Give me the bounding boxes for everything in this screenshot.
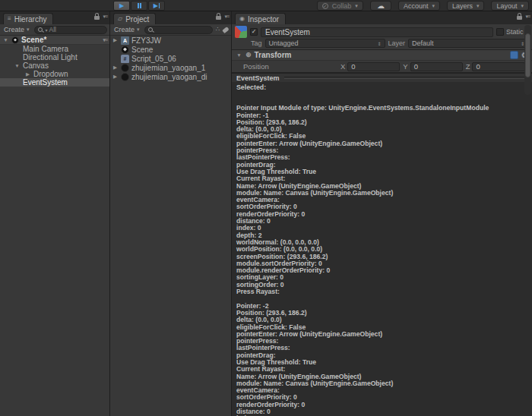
search-by-label-icon[interactable] bbox=[222, 27, 229, 33]
inspector-scrollbar[interactable] bbox=[524, 25, 531, 95]
active-checkbox[interactable]: ✓ bbox=[250, 28, 258, 36]
scrollbar-thumb[interactable] bbox=[525, 33, 530, 77]
chevron-down-icon: ▾ bbox=[477, 3, 480, 9]
hierarchy-item[interactable]: ▼ Canvas bbox=[0, 61, 109, 70]
debug-line: Pointer Input Module of type: UnityEngin… bbox=[236, 105, 532, 112]
hierarchy-search-input[interactable]: ▾ All bbox=[34, 26, 107, 34]
position-y-field[interactable]: 0 bbox=[410, 62, 463, 71]
debug-line: pointerEnter: Arrow (UnityEngine.GameObj… bbox=[236, 331, 532, 338]
hierarchy-item[interactable]: Directional Light bbox=[0, 53, 109, 61]
position-z-value: 0 bbox=[476, 62, 480, 71]
toolbar-right-group: ✓ Collab ▾ ☁ Account ▾ Layers ▾ Layout ▾ bbox=[317, 1, 529, 11]
layers-dropdown[interactable]: Layers ▾ bbox=[447, 1, 485, 11]
project-item[interactable]: ▶ zhujiemian_yaogan_di bbox=[110, 72, 231, 81]
foldout-icon[interactable]: ▶ bbox=[24, 71, 31, 77]
position-z-field[interactable]: 0 bbox=[472, 62, 525, 71]
step-icon: ▶ bbox=[154, 3, 160, 9]
script-icon bbox=[121, 55, 129, 63]
account-dropdown[interactable]: Account ▾ bbox=[398, 1, 440, 11]
debug-line: renderOrderPriority: 0 bbox=[236, 211, 532, 218]
project-toolbar: Create ▾ ∴ bbox=[110, 24, 231, 36]
hierarchy-item-label: Dropdown bbox=[33, 70, 68, 78]
tab-hierarchy[interactable]: ≡ Hierarchy bbox=[3, 13, 53, 24]
tab-hierarchy-label: Hierarchy bbox=[14, 15, 47, 24]
static-toggle[interactable]: Static ▾ bbox=[496, 28, 528, 36]
hierarchy-create-button[interactable]: Create ▾ bbox=[2, 26, 31, 33]
project-search-input[interactable] bbox=[144, 26, 213, 34]
step-button[interactable]: ▶ bbox=[148, 1, 165, 11]
layer-dropdown[interactable]: Default ⇕ bbox=[408, 39, 528, 48]
panel-menu-icon[interactable]: ▾≡ bbox=[525, 14, 530, 20]
debug-lines: Pointer Input Module of type: UnityEngin… bbox=[236, 105, 532, 416]
hierarchy-item[interactable]: ▶ Dropdown bbox=[0, 70, 109, 78]
project-create-button[interactable]: Create ▾ bbox=[112, 26, 141, 33]
create-label: Create bbox=[114, 26, 135, 33]
panel-menu-icon[interactable]: ▾≡ bbox=[103, 14, 107, 20]
hierarchy-icon: ≡ bbox=[8, 16, 11, 22]
collab-icon: ✓ bbox=[322, 3, 328, 9]
tab-inspector[interactable]: ◉ Inspector bbox=[235, 13, 286, 24]
debug-line: pointerEnter: Arrow (UnityEngine.GameObj… bbox=[236, 140, 532, 147]
account-label: Account bbox=[404, 2, 429, 10]
debug-line: lastPointerPress: bbox=[236, 154, 532, 161]
debug-line: distance: 0 bbox=[236, 218, 532, 225]
layer-value: Default bbox=[412, 39, 434, 47]
project-item[interactable]: Script_05_06 bbox=[110, 54, 231, 63]
project-item-label: zhujiemian_yaogan_1 bbox=[131, 64, 205, 72]
foldout-icon[interactable]: ▶ bbox=[112, 37, 119, 43]
project-item[interactable]: ▶ FZY3JW bbox=[110, 36, 231, 45]
cloud-services-button[interactable]: ☁ bbox=[370, 1, 391, 11]
position-x-value: 0 bbox=[351, 62, 355, 71]
panel-menu-icon[interactable]: ▾≡ bbox=[224, 14, 229, 20]
lock-icon[interactable] bbox=[216, 16, 221, 20]
hierarchy-tabbar: ≡ Hierarchy ▾≡ bbox=[0, 11, 109, 24]
folder-icon: ▱ bbox=[118, 16, 122, 22]
lock-icon[interactable] bbox=[94, 16, 100, 20]
project-item-label: Scene bbox=[131, 46, 153, 54]
hierarchy-item[interactable]: EventSystem bbox=[0, 78, 109, 87]
position-label: Position bbox=[236, 62, 340, 71]
play-button[interactable]: ▶ bbox=[113, 1, 130, 11]
foldout-icon[interactable]: ▶ bbox=[112, 65, 119, 71]
dropdown-pair-icon: ⇕ bbox=[377, 41, 381, 46]
tab-project[interactable]: ▱ Project bbox=[113, 13, 156, 24]
tab-inspector-label: Inspector bbox=[248, 15, 279, 24]
position-x-field[interactable]: 0 bbox=[347, 62, 400, 71]
search-icon bbox=[148, 27, 154, 33]
foldout-icon[interactable]: ▼ bbox=[14, 63, 21, 68]
create-label: Create bbox=[4, 26, 24, 33]
debug-line: distance: 0 bbox=[236, 408, 532, 415]
chevron-down-icon: ▾ bbox=[355, 3, 358, 9]
transform-component-header[interactable]: ▼ ⊕ Transform ⚙ bbox=[232, 49, 532, 61]
chevron-down-icon: ▾ bbox=[432, 3, 435, 9]
hierarchy-item[interactable]: Main Camera bbox=[0, 45, 109, 53]
lock-icon[interactable] bbox=[517, 16, 522, 20]
hierarchy-item-label: EventSystem bbox=[23, 78, 68, 87]
project-tabbar: ▱ Project ▾≡ bbox=[110, 11, 231, 24]
project-item[interactable]: Scene bbox=[110, 45, 231, 54]
gameobject-name-field[interactable]: EventSystem bbox=[261, 27, 493, 37]
unity-scene-icon bbox=[121, 46, 129, 54]
foldout-icon[interactable]: ▶ bbox=[112, 74, 119, 80]
static-checkbox[interactable] bbox=[496, 28, 504, 36]
search-by-type-icon[interactable]: ∴ bbox=[216, 27, 220, 33]
tag-dropdown[interactable]: Untagged ⇕ bbox=[265, 39, 385, 48]
project-item[interactable]: ▶ zhujiemian_yaogan_1 bbox=[110, 63, 231, 72]
preview-title: EventSystem bbox=[236, 74, 280, 82]
layout-dropdown[interactable]: Layout ▾ bbox=[491, 1, 529, 11]
help-book-icon[interactable] bbox=[510, 51, 518, 59]
scene-header-row[interactable]: ▼ Scene* ▾≡ bbox=[0, 36, 109, 45]
debug-line: Press Rayast: bbox=[236, 288, 532, 295]
static-label: Static bbox=[506, 28, 524, 36]
hierarchy-item-label: Directional Light bbox=[23, 53, 78, 61]
pause-button[interactable] bbox=[131, 1, 147, 11]
selected-label: Selected: bbox=[236, 84, 532, 90]
scene-menu-icon[interactable]: ▾≡ bbox=[103, 37, 107, 43]
foldout-open-icon[interactable]: ▼ bbox=[236, 52, 242, 58]
tag-layer-row: Tag Untagged ⇕ Layer Default ⇕ bbox=[232, 39, 532, 49]
tag-label: Tag bbox=[251, 39, 262, 47]
collab-dropdown[interactable]: ✓ Collab ▾ bbox=[317, 1, 363, 11]
foldout-open-icon[interactable]: ▼ bbox=[2, 37, 9, 43]
chevron-down-icon: ▾ bbox=[137, 27, 140, 33]
debug-line: index: 0 bbox=[236, 225, 532, 232]
